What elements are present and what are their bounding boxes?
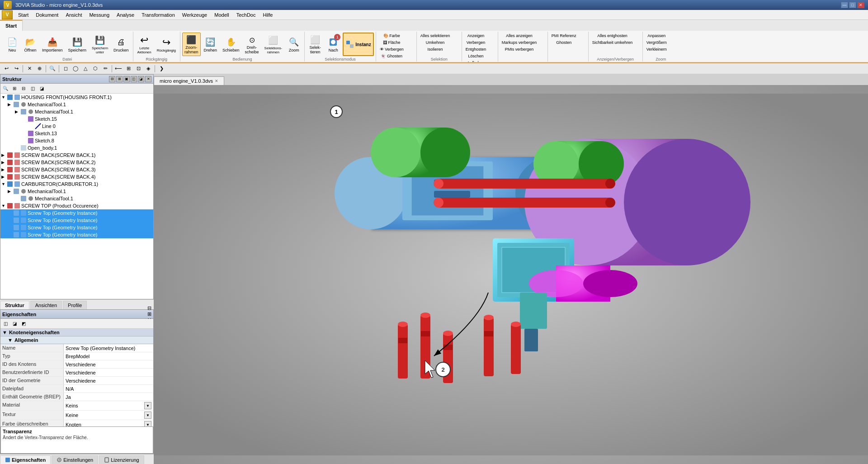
toolbar-btn-1[interactable]: ↩ [2,64,11,73]
btn-flaeche[interactable]: 🖼 Fläche [378,39,406,46]
prop-btn-2[interactable]: ⊞ [147,311,151,317]
prop-tb-3[interactable]: ◩ [19,320,28,328]
tab-ansichten[interactable]: Ansichten [30,301,62,309]
btn-ghosten[interactable]: 👻 Ghosten [378,53,406,59]
btn-ghosten-pmi[interactable]: Ghosten [550,39,578,46]
btn-instanz[interactable]: Instanz [343,33,373,56]
viewport[interactable]: 2 1 [154,85,868,464]
toolbar-btn-15[interactable]: ❯ [157,64,166,73]
toolbar-btn-14[interactable]: ◈ [144,64,153,73]
prop-tb-1[interactable]: ◫ [1,320,9,328]
maximize-btn[interactable]: □ [849,2,856,8]
close-btn[interactable]: ✕ [857,2,864,8]
minimize-btn[interactable]: — [841,2,848,8]
tree-line0[interactable]: Line 0 [0,123,153,130]
btn-schieben[interactable]: ✋ Schieben [220,33,242,56]
tab-eigenschaften[interactable]: Eigenschaften [0,455,51,464]
menu-modell[interactable]: Modell [211,11,232,19]
tree-screwback3[interactable]: ▶ SCREW BACK(SCREW BACK.3) [0,166,153,173]
menu-techdoc[interactable]: TechDoc [233,11,259,19]
tree-mech1[interactable]: ▶ MechanicalTool.1 [0,101,153,108]
btn-isolieren[interactable]: Isolieren [419,46,452,52]
toolbar-btn-13[interactable]: ⊡ [134,64,143,73]
btn-loeschen[interactable]: Löschen [464,53,488,59]
structure-tree[interactable]: ▼ HOUSING FRONT(HOUSING FRONT.1) ▶ Mecha… [0,94,153,299]
btn-anzeigen[interactable]: Anzeigen [464,33,488,39]
btn-umkehren[interactable]: Umkehren [419,39,452,46]
btn-drehscheibe[interactable]: ⊙ Dreh-scheibe [243,33,261,56]
struct-tb-1[interactable]: 🔍 [1,85,9,93]
view-tab-main[interactable]: micro engine_V1.0.3dvs ✕ [154,76,224,85]
struct-tb-3[interactable]: ⊟ [19,85,28,93]
tree-mech1-sub[interactable]: ▶ MechanicalTool.1 [0,108,153,115]
btn-alles-entghosten[interactable]: Alles entghosten [590,33,635,39]
toolbar-btn-11[interactable]: ⟵ [114,64,123,73]
toolbar-btn-12[interactable]: ⊞ [124,64,133,73]
tree-openbody[interactable]: Open_body.1 [0,144,153,152]
struct-tb-5[interactable]: ◪ [38,85,46,93]
tree-screwtop-parent[interactable]: ▼ SCREW TOP (Product Occurence) [0,202,153,209]
struct-tb-4[interactable]: ◫ [28,85,37,93]
btn-alles-selektieren[interactable]: Alles selektieren [419,33,452,39]
toolbar-btn-9[interactable]: ⬡ [91,64,100,73]
view-tab-close[interactable]: ✕ [215,79,218,83]
btn-zoom[interactable]: 🔍 Zoom [285,33,302,56]
toolbar-btn-4[interactable]: ⊕ [35,64,44,73]
toolbar-btn-3[interactable]: ✕ [25,64,34,73]
prop-dropdown-textur[interactable]: ▼ [144,412,151,419]
menu-start[interactable]: Start [14,11,32,19]
menu-dokument[interactable]: Dokument [32,11,62,19]
btn-drucken[interactable]: 🖨 Drucken [111,33,131,56]
menu-messung[interactable]: Messung [85,11,113,19]
btn-speichern[interactable]: 💾 Speichern [66,33,89,56]
structure-close[interactable]: ✕ [145,76,151,82]
btn-verbergen[interactable]: Verbergen [464,39,488,46]
btn-pmi-referenz[interactable]: PMI Referenz [550,33,578,39]
structure-btn-4[interactable]: ◫ [131,76,137,82]
menu-transformation[interactable]: Transformation [138,11,179,19]
tree-carb-mech-sub[interactable]: MechanicalTool.1 [0,195,153,202]
tree-carb-mech[interactable]: ▶ MechanicalTool.1 [0,188,153,195]
tree-sketch8[interactable]: Sketch.8 [0,137,153,144]
btn-farbe[interactable]: 🎨 Farbe [378,33,406,39]
btn-rueckgaengig[interactable]: ↪ Rückgängig [155,33,178,56]
tab-lizenzierung[interactable]: Lizenzierung [99,455,144,464]
btn-speichern-unter[interactable]: 💾 Speichernunter [90,33,110,56]
tree-screwback4[interactable]: ▶ SCREW BACK(SCREW BACK.4) [0,173,153,180]
tree-screwback1[interactable]: ▶ SCREW BACK(SCREW BACK.1) [0,152,153,159]
tab-einstellungen[interactable]: Einstellungen [52,455,98,464]
btn-letzte-aktionen[interactable]: ↩ LetzteAktionen [135,33,154,56]
prop-dropdown-farbe-ueberschreiben[interactable]: ▼ [144,421,151,426]
btn-neu[interactable]: 📄 Neu [4,33,21,56]
toolbar-btn-5[interactable]: 🔍 [48,64,57,73]
toolbar-btn-6[interactable]: ◻ [61,64,70,73]
btn-oeffnen[interactable]: 📂 Öffnen [22,33,39,56]
btn-verkleinern[interactable]: Verkleinern [645,46,669,52]
structure-btn-2[interactable]: ⊞ [116,76,123,82]
structure-btn-3[interactable]: ▣ [123,76,130,82]
btn-alles-anzeigen[interactable]: Alles anzeigen [500,33,539,39]
structure-btn-1[interactable]: ⊟ [109,76,115,82]
btn-sichtbarkeit-umkehren[interactable]: Sichtbarkeit umkehren [590,39,635,46]
tree-sketch13[interactable]: Sketch.13 [0,130,153,137]
tree-screwback2[interactable]: ▶ SCREW BACK(SCREW BACK.2) [0,159,153,166]
struct-tb-2[interactable]: ⊞ [10,85,19,93]
btn-pmis-verbergen[interactable]: PMIs verbergen [500,46,539,52]
structure-btn-5[interactable]: ◪ [138,76,144,82]
tab-profile[interactable]: Profile [63,301,87,309]
menu-werkzeuge[interactable]: Werkzeuge [179,11,211,19]
prop-dropdown-material[interactable]: ▼ [144,402,151,409]
toolbar-btn-8[interactable]: △ [81,64,90,73]
btn-selektieren[interactable]: ⬜ Selek-tieren [307,33,324,56]
toolbar-btn-2[interactable]: ↪ [12,64,21,73]
prop-tb-2[interactable]: ◪ [10,320,19,328]
btn-verbergen-vis[interactable]: 👁 Verbergen [378,46,406,52]
prop-btn-1[interactable]: ⊟ [147,305,151,311]
tree-sketch15[interactable]: Sketch.15 [0,115,153,123]
tab-struktur[interactable]: Struktur [0,301,29,309]
tree-housing[interactable]: ▼ HOUSING FRONT(HOUSING FRONT.1) [0,94,153,101]
menu-analyse[interactable]: Analyse [113,11,138,19]
btn-selektionsrahmen[interactable]: ⬜ Selektions-rahmen [262,33,285,56]
btn-zoomrahmen[interactable]: ⬛ Zoom-rahmen [182,33,201,56]
tree-screwtop3[interactable]: Screw Top (Geometry Instance) [0,224,153,231]
